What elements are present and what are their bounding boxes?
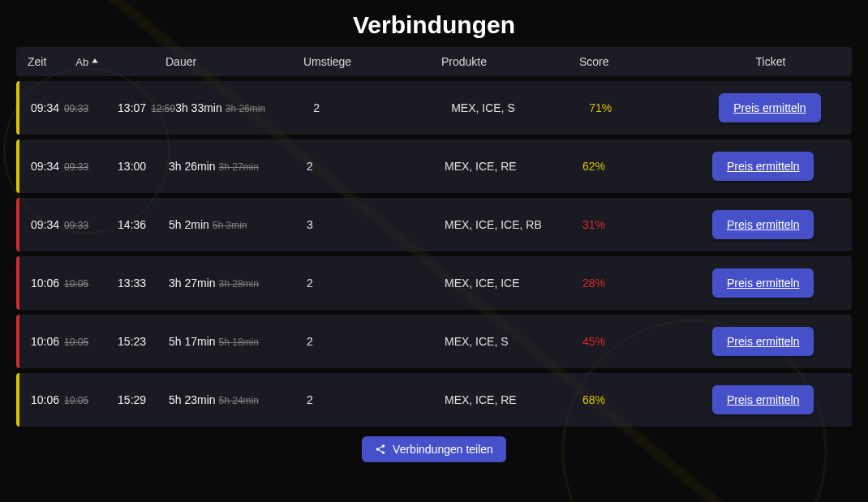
cell-dauer: 5h 2min5h 3min [169, 218, 307, 231]
cell-score: 28% [582, 277, 704, 290]
duration: 5h 23min [169, 393, 216, 406]
cell-zeit: 09:3409:3313:0712:59 [31, 101, 175, 114]
duration: 5h 17min [169, 335, 216, 348]
departure-time-old: 10:05 [64, 278, 88, 290]
departure-time: 10:06 [31, 335, 59, 348]
departure-time: 09:34 [31, 218, 59, 231]
duration: 3h 27min [169, 277, 216, 290]
cell-dauer: 5h 17min5h 18min [169, 335, 307, 348]
cell-zeit: 10:0610:0515:29 [31, 393, 169, 406]
score-value: 71% [589, 101, 612, 114]
cell-ticket: Preis ermitteln [704, 327, 840, 356]
cell-dauer: 3h 26min3h 27min [169, 160, 307, 173]
cell-umstiege: 3 [307, 218, 445, 231]
score-value: 68% [582, 393, 605, 406]
score-value: 62% [582, 160, 605, 173]
arrival-time: 14:36 [118, 218, 146, 231]
cell-umstiege: 2 [307, 335, 445, 348]
arrival-time: 13:07 [118, 101, 146, 114]
price-button[interactable]: Preis ermitteln [712, 268, 814, 298]
share-icon [375, 444, 386, 455]
duration: 5h 2min [169, 218, 209, 231]
departure-time-old: 10:05 [64, 395, 88, 406]
header-ab-sort[interactable]: Ab [75, 56, 100, 68]
price-button[interactable]: Preis ermitteln [712, 152, 814, 181]
cell-score: 68% [582, 393, 704, 406]
cell-umstiege: 2 [307, 393, 445, 406]
cell-zeit: 10:0610:0513:33 [31, 277, 169, 290]
cell-produkte: MEX, ICE, RE [445, 393, 582, 406]
duration: 3h 26min [169, 160, 216, 173]
arrival-time-old: 12:59 [151, 103, 175, 114]
share-connections-button[interactable]: Verbindungen teilen [362, 436, 506, 462]
table-header-row: Zeit Ab Dauer Umstiege Produkte Score Ti… [16, 47, 852, 76]
duration-old: 5h 3min [213, 220, 247, 231]
score-value: 45% [582, 335, 605, 348]
share-button-label: Verbindungen teilen [393, 443, 493, 456]
header-produkte[interactable]: Produkte [441, 55, 579, 68]
departure-time: 09:34 [31, 101, 59, 114]
arrival-time: 13:00 [118, 160, 146, 173]
duration-old: 5h 18min [219, 337, 259, 348]
header-dauer[interactable]: Dauer [165, 55, 303, 68]
arrival-time: 15:29 [118, 393, 146, 406]
cell-dauer: 3h 33min3h 26min [175, 101, 313, 114]
price-button[interactable]: Preis ermitteln [712, 385, 814, 414]
cell-produkte: MEX, ICE, ICE [445, 277, 582, 290]
duration-old: 5h 24min [219, 395, 259, 406]
price-button[interactable]: Preis ermitteln [712, 210, 814, 239]
arrival-time: 15:23 [118, 335, 146, 348]
cell-ticket: Preis ermitteln [704, 268, 840, 298]
score-value: 31% [582, 218, 605, 231]
table-row[interactable]: 09:3409:3313:003h 26min3h 27min2MEX, ICE… [16, 139, 852, 193]
header-umstiege[interactable]: Umstiege [303, 55, 441, 68]
departure-time: 10:06 [31, 393, 59, 406]
table-row[interactable]: 10:0610:0515:295h 23min5h 24min2MEX, ICE… [16, 373, 852, 427]
departure-time-old: 09:33 [64, 103, 88, 114]
cell-score: 62% [582, 160, 704, 173]
cell-dauer: 5h 23min5h 24min [169, 393, 307, 406]
cell-score: 31% [582, 218, 704, 231]
cell-produkte: MEX, ICE, ICE, RB [445, 218, 582, 231]
cell-ticket: Preis ermitteln [711, 93, 840, 122]
header-ab-label: Ab [75, 56, 88, 68]
cell-umstiege: 2 [313, 101, 451, 114]
price-button[interactable]: Preis ermitteln [712, 327, 814, 356]
page-title: Verbindungen [16, 0, 852, 47]
cell-produkte: MEX, ICE, S [445, 335, 582, 348]
departure-time-old: 10:05 [64, 337, 88, 348]
cell-zeit: 09:3409:3314:36 [31, 218, 169, 231]
cell-produkte: MEX, ICE, RE [445, 160, 582, 173]
cell-umstiege: 2 [307, 160, 445, 173]
table-row[interactable]: 09:3409:3314:365h 2min5h 3min3MEX, ICE, … [16, 198, 852, 251]
cell-ticket: Preis ermitteln [704, 152, 840, 181]
header-ticket: Ticket [701, 55, 840, 68]
departure-time-old: 09:33 [64, 220, 88, 231]
score-value: 28% [582, 277, 605, 290]
cell-umstiege: 2 [307, 277, 445, 290]
departure-time: 09:34 [31, 160, 59, 173]
departure-time: 10:06 [31, 277, 59, 290]
duration-old: 3h 26min [226, 103, 265, 114]
cell-ticket: Preis ermitteln [704, 210, 840, 239]
table-row[interactable]: 10:0610:0515:235h 17min5h 18min2MEX, ICE… [16, 315, 852, 368]
departure-time-old: 09:33 [64, 161, 88, 173]
table-row[interactable]: 10:0610:0513:333h 27min3h 28min2MEX, ICE… [16, 256, 852, 310]
arrival-time: 13:33 [118, 277, 146, 290]
price-button[interactable]: Preis ermitteln [719, 93, 820, 122]
duration-old: 3h 28min [219, 278, 259, 290]
cell-dauer: 3h 27min3h 28min [169, 277, 307, 290]
duration-old: 3h 27min [219, 161, 259, 173]
header-zeit[interactable]: Zeit [28, 55, 46, 68]
header-score[interactable]: Score [579, 55, 701, 68]
cell-zeit: 10:0610:0515:23 [31, 335, 169, 348]
sort-asc-icon [90, 57, 100, 67]
cell-score: 45% [582, 335, 704, 348]
table-row[interactable]: 09:3409:3313:0712:593h 33min3h 26min2MEX… [16, 81, 852, 135]
duration: 3h 33min [175, 101, 222, 114]
cell-score: 71% [589, 101, 711, 114]
cell-zeit: 09:3409:3313:00 [31, 160, 169, 173]
cell-produkte: MEX, ICE, S [451, 101, 589, 114]
cell-ticket: Preis ermitteln [704, 385, 840, 414]
